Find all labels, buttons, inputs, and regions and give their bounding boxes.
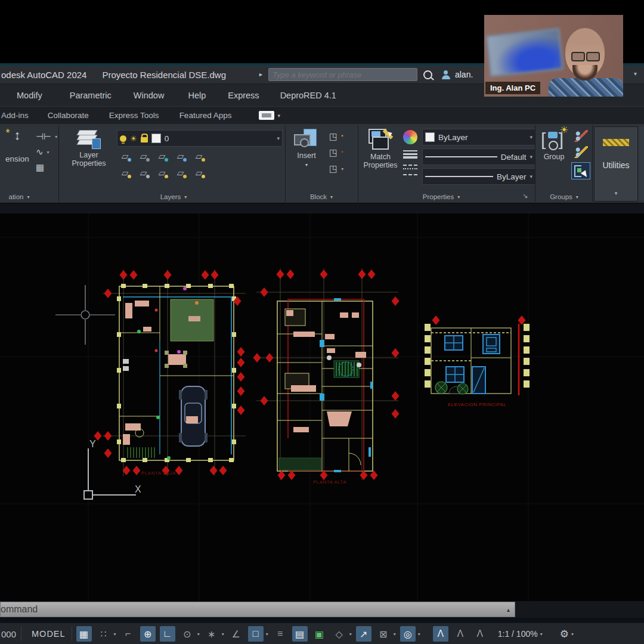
3d-object-snap-toggle[interactable]: ◇	[332, 626, 347, 642]
lineweight-display-toggle[interactable]: ≡	[273, 626, 288, 642]
annotation-autoscale-toggle[interactable]: Λ	[453, 626, 468, 642]
command-history-caret-icon[interactable]: ▴	[507, 606, 510, 613]
chevron-down-icon[interactable]: ▾	[530, 134, 532, 140]
group-button[interactable]: [ ] ☀ Group	[539, 129, 569, 161]
account-icon[interactable]	[442, 70, 450, 79]
panel-label-annotation[interactable]: ation▾	[0, 191, 38, 203]
elevation-drawing[interactable]: ELEVACION PRINCIPAL	[425, 315, 530, 407]
infocenter-search[interactable]	[268, 68, 417, 81]
layer-current-tool[interactable]: ▱	[191, 149, 207, 163]
panel-label-layers[interactable]: Layers▾	[117, 191, 230, 203]
chevron-down-icon[interactable]: ▾	[305, 161, 308, 169]
chevron-down-icon[interactable]: ▾	[571, 631, 574, 637]
grid-display-toggle[interactable]: ▦	[76, 626, 92, 642]
leader-tool[interactable]: ∿▾	[36, 147, 57, 157]
layer-freeze-tool[interactable]: ▱	[154, 149, 170, 163]
properties-dialog-launcher[interactable]: ↘	[522, 192, 528, 200]
planta-alta-drawing[interactable]: PLANTA ALTA	[253, 268, 400, 485]
layer-off-tool[interactable]: ▱	[117, 166, 133, 180]
chevron-down-icon[interactable]: ▾	[530, 174, 532, 179]
model-space-canvas[interactable]: PLANTA BAJA	[0, 213, 644, 601]
annotation-visibility-toggle[interactable]: Λ	[433, 626, 448, 642]
selection-filter-toggle[interactable]: ◎	[400, 626, 416, 642]
color-wheel-icon[interactable]	[403, 130, 417, 144]
search-input[interactable]	[269, 70, 417, 79]
object-snap-tracking-toggle[interactable]: ∗	[204, 626, 219, 642]
command-input[interactable]: ommand ▴	[0, 602, 515, 617]
object-color-dropdown[interactable]: ByLayer ▾	[422, 129, 535, 145]
panel-label-groups[interactable]: Groups▾	[537, 191, 592, 203]
menu-express[interactable]: Express	[228, 91, 259, 100]
tab-collaborate[interactable]: Collaborate	[48, 111, 89, 120]
lineweight-icon[interactable]	[403, 149, 417, 160]
chevron-down-icon[interactable]: ▾	[197, 631, 200, 637]
layer-copy-tool[interactable]: ▱	[172, 166, 188, 180]
ribbon-display-toggle[interactable]: ▾	[259, 111, 280, 120]
chevron-down-icon[interactable]: ▾	[530, 154, 532, 160]
dimension-style-tool[interactable]: ⊣⊢▾	[36, 131, 57, 142]
annotation-scale-value[interactable]: 1:1 / 100%	[498, 629, 538, 639]
panel-label-block[interactable]: Block▾	[286, 191, 357, 203]
signed-in-user[interactable]: alan.	[455, 70, 473, 79]
chevron-down-icon[interactable]: ▾	[394, 631, 396, 637]
dynamic-angle-toggle[interactable]: ∠	[228, 626, 244, 642]
chevron-down-icon[interactable]: ▾	[266, 631, 268, 637]
menu-parametric[interactable]: Parametric	[70, 91, 112, 100]
group-edit-tool[interactable]	[574, 146, 588, 158]
block-editor-tool[interactable]: ◳▾	[329, 163, 343, 174]
group-selection-toggle[interactable]	[571, 162, 590, 179]
menu-deprored[interactable]: DeproRED 4.1	[280, 91, 336, 100]
chevron-down-icon[interactable]: ▾	[418, 631, 420, 637]
ungroup-tool[interactable]	[574, 130, 588, 142]
menu-modify[interactable]: Modify	[17, 91, 42, 100]
chevron-down-icon[interactable]: ▾	[615, 190, 618, 196]
planta-baja-drawing[interactable]: PLANTA BAJA	[94, 270, 246, 476]
insert-block-button[interactable]: Insert ▾	[291, 129, 322, 169]
selection-cycling-toggle[interactable]: ▣	[312, 626, 327, 642]
customization-gear-icon[interactable]: ⚙	[560, 628, 569, 640]
layer-prev-tool[interactable]: ▱	[154, 166, 170, 180]
layer-properties-button[interactable]: Layer Properties	[69, 129, 109, 168]
chevron-down-icon[interactable]: ▾	[277, 135, 280, 141]
isometric-drafting-toggle[interactable]: ⊙	[179, 626, 195, 642]
create-block-tool[interactable]: ◳*	[329, 131, 343, 142]
chevron-down-icon[interactable]: ▾	[222, 631, 224, 637]
menu-help[interactable]: Help	[188, 91, 206, 100]
ortho-mode-toggle[interactable]: ∟	[160, 626, 175, 642]
dynamic-ucs-toggle[interactable]: ⊠	[376, 626, 391, 642]
chevron-down-icon[interactable]: ▾	[114, 631, 116, 637]
model-space-button[interactable]: MODEL	[26, 627, 72, 641]
search-expand-icon[interactable]: ►	[258, 72, 264, 78]
match-properties-button[interactable]: Match Properties	[363, 129, 398, 169]
panel-label-properties[interactable]: Properties▾	[370, 191, 513, 203]
chevron-down-icon[interactable]: ▾	[349, 631, 352, 637]
layer-lock-tool[interactable]: ▱	[172, 149, 188, 163]
annotation-scale-button[interactable]: Λ	[472, 626, 488, 642]
search-icon[interactable]	[423, 70, 432, 79]
write-block-tool[interactable]: ◳*	[329, 147, 343, 158]
lineweight-dropdown[interactable]: Default ▾	[422, 148, 535, 165]
infocenter-caret-icon[interactable]: ▾	[634, 70, 637, 77]
layer-unisolate-tool[interactable]: ▱	[135, 149, 151, 163]
linetype-dropdown[interactable]: ByLayer ▾	[422, 168, 535, 185]
tab-express-tools[interactable]: Express Tools	[109, 111, 159, 120]
linetype-icon[interactable]	[403, 165, 417, 175]
snap-mode-toggle[interactable]: ∷	[96, 626, 112, 642]
layer-walk-tool[interactable]: ▱	[191, 166, 207, 180]
table-tool[interactable]: ▦	[36, 162, 57, 173]
ucs-icon-toggle[interactable]: ↗	[356, 626, 371, 642]
layer-isolate-tool[interactable]: ▱	[117, 149, 133, 163]
transparency-toggle[interactable]: ▤	[292, 626, 308, 642]
object-snap-toggle[interactable]: □	[248, 626, 264, 642]
menu-window[interactable]: Window	[134, 91, 165, 100]
dimension-tool-button[interactable]: *↕ ension	[2, 129, 32, 163]
chevron-down-icon[interactable]: ▾	[277, 113, 280, 119]
polar-tracking-toggle[interactable]: ⊕	[140, 626, 156, 642]
layer-dropdown[interactable]: ☀ 0 ▾	[117, 130, 283, 147]
layer-match-tool[interactable]: ▱	[135, 166, 151, 180]
chevron-down-icon[interactable]: ▾	[540, 631, 543, 637]
dynamic-input-toggle[interactable]: ⌐	[120, 626, 136, 642]
tab-add-ins[interactable]: Add-ins	[1, 111, 29, 120]
utilities-panel-button[interactable]: Utilities ▾	[594, 126, 638, 202]
tab-featured-apps[interactable]: Featured Apps	[179, 111, 232, 120]
